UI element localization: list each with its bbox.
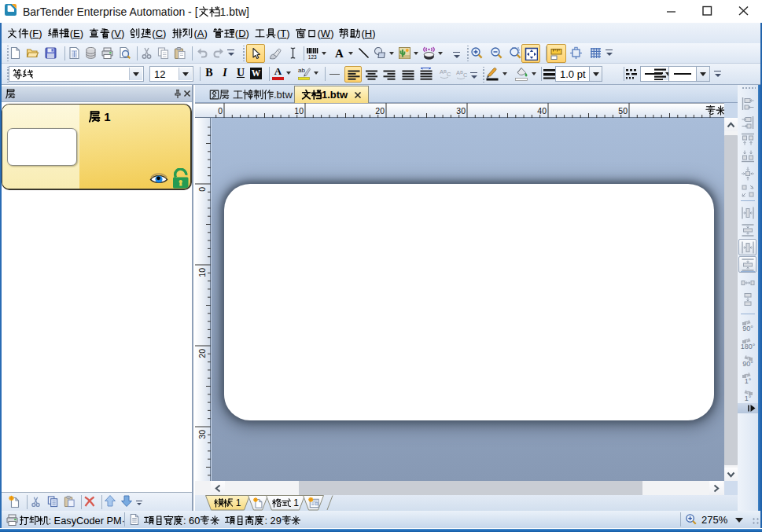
- svg-text:A: A: [335, 47, 344, 60]
- svg-text:C: C: [463, 72, 468, 79]
- svg-text:10: 10: [294, 106, 304, 116]
- svg-text:30: 30: [456, 106, 466, 116]
- svg-text:10: 10: [197, 268, 207, 277]
- svg-text:20: 20: [197, 349, 207, 358]
- svg-text:ab: ab: [298, 67, 305, 74]
- svg-text:0: 0: [218, 106, 223, 116]
- svg-text:30: 30: [197, 430, 207, 439]
- svg-text:C: C: [447, 71, 451, 78]
- svg-text:20: 20: [375, 106, 385, 116]
- svg-text:50: 50: [618, 106, 628, 116]
- svg-text:0: 0: [197, 187, 207, 192]
- svg-text:40: 40: [537, 106, 547, 116]
- svg-text:123: 123: [308, 54, 317, 60]
